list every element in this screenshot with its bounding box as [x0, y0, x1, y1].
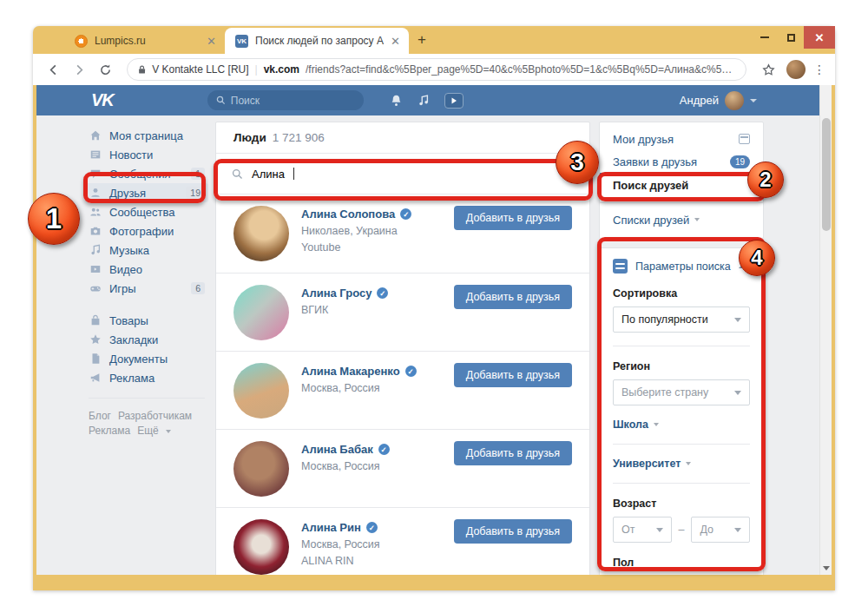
- games-icon: [89, 282, 102, 295]
- menu-item-my-friends[interactable]: Мои друзья: [600, 128, 763, 150]
- person-detail: Москва, Россия: [301, 460, 390, 472]
- verified-badge-icon: ✓: [405, 366, 417, 377]
- add-friend-button[interactable]: Добавить в друзья: [454, 285, 572, 309]
- verified-badge-icon: ✓: [377, 287, 388, 299]
- home-icon: [89, 129, 102, 142]
- video-icon: [89, 263, 102, 276]
- results-header: Люди1 721 906: [216, 122, 589, 154]
- menu-item-label: Мои друзья: [613, 133, 739, 146]
- tab-bar: Lumpics.ru ✕ VK Поиск людей по запросу А…: [33, 26, 835, 54]
- shopping-bag-icon: [89, 314, 102, 327]
- sidebar-item-photos[interactable]: Фотографии: [85, 221, 208, 241]
- person-name-link[interactable]: Алина Рин: [301, 521, 361, 534]
- add-friend-button[interactable]: Добавить в друзья: [454, 363, 572, 387]
- person-detail: ALINA RIN: [301, 555, 380, 567]
- footer-link-developers[interactable]: Разработчикам: [118, 410, 192, 422]
- user-name: Андрей: [680, 94, 719, 107]
- person-avatar[interactable]: [233, 519, 289, 575]
- screenshot-root: Lumpics.ru ✕ VK Поиск людей по запросу А…: [0, 0, 868, 613]
- footer-link-ads[interactable]: Реклама: [89, 425, 130, 437]
- security-label: V Kontakte LLC [RU]: [152, 63, 248, 76]
- sidebar-item-label: Видео: [109, 263, 205, 276]
- reload-icon[interactable]: [94, 58, 116, 81]
- maximize-button[interactable]: [778, 26, 804, 49]
- person-detail: Москва, Россия: [301, 382, 417, 394]
- vk-logo[interactable]: VK: [91, 90, 114, 110]
- verified-badge-icon: ✓: [366, 522, 378, 533]
- sidebar-item-ads[interactable]: Реклама: [85, 368, 208, 387]
- minimize-button[interactable]: [752, 26, 778, 49]
- chevron-down-icon: [694, 218, 700, 221]
- star-icon: [89, 333, 102, 346]
- browser-menu-icon[interactable]: ⋮: [812, 63, 826, 76]
- tab-close-icon[interactable]: ✕: [391, 35, 400, 48]
- person-avatar[interactable]: [233, 206, 289, 261]
- person-name-link[interactable]: Алина Солопова: [301, 208, 395, 221]
- menu-item-friend-lists[interactable]: Списки друзей: [600, 208, 763, 231]
- document-icon: [89, 353, 102, 366]
- annotation-box-search-field: [214, 159, 593, 201]
- browser-profile-avatar[interactable]: [786, 60, 806, 79]
- tab-vk-search[interactable]: VK Поиск людей по запросу Алина ✕: [225, 28, 409, 54]
- person-detail: Москва, Россия: [301, 538, 380, 550]
- person-name-link[interactable]: Алина Гросу: [301, 287, 372, 300]
- sidebar-item-video[interactable]: Видео: [85, 260, 208, 279]
- sidebar-item-goods[interactable]: Товары: [85, 311, 208, 330]
- user-menu[interactable]: Андрей: [680, 91, 807, 110]
- person-detail: Николаев, Украина: [301, 225, 411, 237]
- add-friend-button[interactable]: Добавить в друзья: [454, 441, 572, 465]
- add-friend-button[interactable]: Добавить в друзья: [454, 519, 572, 544]
- sidebar-item-bookmarks[interactable]: Закладки: [85, 330, 208, 349]
- forward-icon[interactable]: [68, 58, 90, 81]
- close-button[interactable]: ✕: [804, 26, 835, 49]
- back-icon[interactable]: [42, 58, 64, 81]
- url-host: vk.com: [264, 63, 299, 76]
- address-bar[interactable]: V Kontakte LLC [RU] | vk.com/friends?act…: [127, 58, 746, 81]
- communities-icon: [89, 206, 102, 219]
- user-avatar: [725, 91, 744, 110]
- scrollbar-thumb[interactable]: [822, 118, 831, 231]
- sidebar-item-my-page[interactable]: Моя страница: [85, 126, 208, 145]
- sidebar-item-games[interactable]: Игры 6: [85, 279, 208, 298]
- sidebar-item-label: Товары: [109, 314, 205, 327]
- sidebar-item-music[interactable]: Музыка: [85, 241, 208, 260]
- annotation-step-2: 2: [747, 161, 784, 198]
- page-scrollbar[interactable]: [819, 85, 832, 575]
- sidebar-item-communities[interactable]: Сообщества: [85, 202, 208, 221]
- menu-item-label: Заявки в друзья: [613, 155, 730, 168]
- sidebar-item-news[interactable]: Новости: [85, 145, 208, 164]
- add-friend-button[interactable]: Добавить в друзья: [454, 206, 572, 230]
- music-note-icon[interactable]: [418, 94, 430, 107]
- verified-badge-icon: ✓: [400, 208, 411, 220]
- person-detail: ВГИК: [301, 304, 388, 316]
- search-icon: [216, 96, 226, 105]
- person-name-link[interactable]: Алина Бабак: [301, 443, 373, 456]
- bookmark-star-icon[interactable]: [757, 58, 779, 81]
- person-name-link[interactable]: Алина Макаренко: [301, 365, 400, 378]
- footer-link-more[interactable]: Ещё: [137, 425, 159, 437]
- new-tab-button[interactable]: +: [418, 31, 426, 49]
- sidebar-item-label: Новости: [109, 148, 205, 161]
- sidebar-item-documents[interactable]: Документы: [85, 349, 208, 368]
- person-avatar[interactable]: [233, 441, 289, 497]
- chevron-down-icon: [166, 430, 171, 433]
- video-play-icon[interactable]: [444, 93, 464, 109]
- footer-link-blog[interactable]: Блог: [89, 410, 111, 422]
- person-avatar[interactable]: [233, 363, 289, 419]
- sidebar-footer: БлогРазработчикам РекламаЕщё: [85, 409, 208, 438]
- tab-lumpics[interactable]: Lumpics.ru ✕: [64, 28, 225, 54]
- global-search-input[interactable]: Поиск: [207, 90, 364, 110]
- scrollbar-down-arrow[interactable]: [820, 563, 832, 573]
- menu-item-friend-requests[interactable]: Заявки в друзья 19: [600, 150, 763, 173]
- sidebar-item-label: Фотографии: [109, 225, 205, 238]
- bell-icon[interactable]: [390, 94, 403, 107]
- tab-close-icon[interactable]: ✕: [207, 35, 216, 48]
- sidebar-item-label: Реклама: [109, 372, 205, 385]
- person-row: Алина Гросу✓ ВГИК Добавить в друзья: [216, 273, 589, 351]
- lumpics-favicon-icon: [75, 35, 88, 48]
- requests-count-badge: 19: [730, 155, 750, 168]
- sidebar-item-label: Документы: [109, 353, 205, 366]
- results-count: 1 721 906: [273, 131, 325, 144]
- news-icon: [89, 148, 102, 161]
- person-avatar[interactable]: [233, 285, 289, 340]
